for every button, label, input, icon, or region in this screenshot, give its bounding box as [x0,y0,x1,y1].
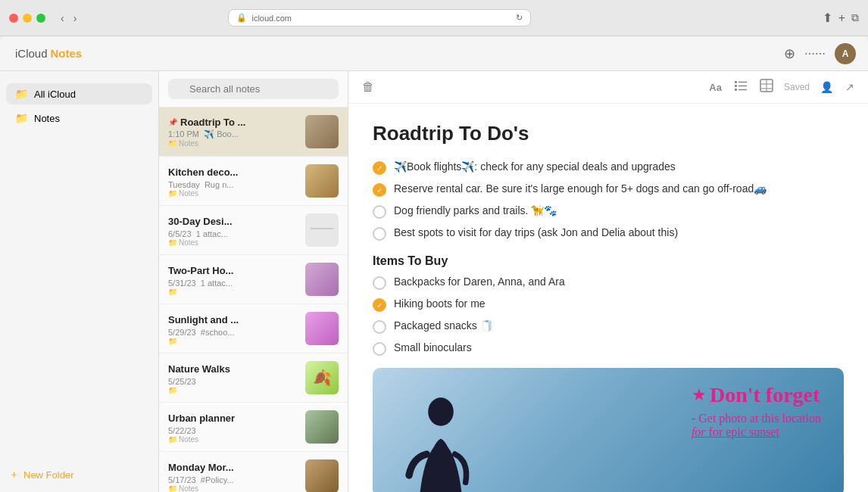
avatar[interactable]: A [835,43,856,64]
saved-label: Saved [784,82,810,92]
note-thumbnail: 🍂 [305,361,339,394]
section-heading: Items To Buy [373,254,844,268]
app-container: iCloud Notes ⊕ ⋯⋯ A 📁 All iCloud 📁 Notes [0,36,868,492]
tabs-icon[interactable]: ⧉ [851,11,859,24]
check-circle[interactable]: ✓ [373,161,386,175]
note-title-main: Roadtrip To Do's [373,122,844,145]
address-text: icloud.com [251,14,292,23]
note-thumbnail [305,213,339,247]
browser-actions: ⬆ + ⧉ [823,11,859,25]
note-image: ★ Don't forget - Get photo at this locat… [373,368,844,492]
checklist-button[interactable] [732,77,749,97]
forward-button[interactable]: › [70,11,80,26]
back-button[interactable]: ‹ [58,11,67,26]
note-thumbnail [305,459,339,492]
note-meta: 6/5/23 1 attac... [168,229,298,238]
check-circle[interactable]: ✓ [373,183,386,197]
list-item[interactable]: Monday Mor... 5/17/23 #Policy... 📁 Notes [159,452,348,492]
note-meta: 1:10 PM ✈️ Boo... [168,129,298,139]
search-wrapper [168,79,339,99]
app-logo: iCloud Notes [12,47,82,60]
table-button[interactable] [758,77,775,97]
silhouette-image [395,391,486,492]
checklist-item: Packaged snacks 🧻 [373,319,844,334]
notes-label: Notes [51,47,83,60]
minimize-button[interactable] [23,14,32,23]
traffic-lights [9,14,45,23]
notes-list: 📌 Roadtrip To ... 1:10 PM ✈️ Boo... 📁 No… [159,71,348,492]
list-item[interactable]: Kitchen deco... Tuesday Rug n... 📁 Notes [159,157,348,206]
note-meta: 5/25/23 [168,377,298,386]
note-folder: 📁 [168,288,298,296]
delete-button[interactable]: 🗑 [361,79,376,95]
new-folder-button[interactable]: ＋ New Folder [9,465,73,484]
note-folder: 📁 Notes [168,484,298,493]
grid-icon[interactable]: ⋯⋯ [804,48,826,60]
pin-icon: 📌 [168,118,177,126]
search-input[interactable] [168,79,339,99]
checklist-icon [734,79,748,92]
list-item[interactable]: Two-Part Ho... 5/31/23 1 attac... 📁 [159,255,348,304]
star-icon: ★ [692,385,707,405]
table-icon [760,79,773,92]
svg-point-10 [428,397,454,425]
sidebar-item-label: All iCloud [34,89,76,100]
checklist-text: Reserve rental car. Be sure it's large e… [394,182,767,195]
note-meta: 5/31/23 1 attac... [168,279,298,288]
sidebar-item-notes[interactable]: 📁 Notes [6,107,152,129]
close-button[interactable] [9,14,18,23]
list-item[interactable]: Urban planner 5/22/23 📁 Notes [159,403,348,452]
list-item[interactable]: Nature Walks 5/25/23 📁 🍂 [159,353,348,403]
check-circle[interactable]: ✓ [373,298,386,312]
app-header: iCloud Notes ⊕ ⋯⋯ A [0,36,868,71]
list-item[interactable]: 30-Day Desi... 6/5/23 1 attac... 📁 Notes [159,206,348,255]
note-folder: 📁 Notes [168,435,298,444]
note-title: Kitchen deco... [168,167,238,178]
reload-icon[interactable]: ↻ [516,13,523,23]
note-title: Urban planner [168,413,235,424]
checklist-item: Dog friendly parks and trails. 🦮🐾 [373,204,844,219]
check-circle[interactable] [373,276,386,290]
export-note-button[interactable]: ↗ [844,79,856,95]
note-title: Roadtrip To ... [180,117,245,128]
new-tab-icon[interactable]: + [838,11,845,25]
svg-rect-0 [735,81,737,83]
folder-icon: 📁 [15,88,28,100]
note-folder: 📁 Notes [168,189,298,198]
check-circle[interactable] [373,342,386,356]
sidebar-header [0,71,158,82]
checklist-item: Best spots to visit for day trips (ask J… [373,226,844,241]
note-title: Two-Part Ho... [168,265,233,276]
svg-rect-2 [735,85,737,87]
note-folder: 📁 Notes [168,139,298,148]
sidebar-item-allicloud[interactable]: 📁 All iCloud [6,83,152,104]
browser-chrome: ‹ › 🔒 icloud.com ↻ ⬆ + ⧉ [0,0,868,36]
list-item[interactable]: 📌 Roadtrip To ... 1:10 PM ✈️ Boo... 📁 No… [159,107,348,157]
icloud-label: iCloud [15,47,48,60]
share-browser-icon[interactable]: ⬆ [823,11,832,25]
note-title: 30-Day Desi... [168,216,233,227]
note-folder: 📁 Notes [168,238,298,247]
text-format-button[interactable]: Aa [707,80,723,95]
checklist-text: Best spots to visit for day trips (ask J… [394,226,678,238]
checklist-text: Hiking boots for me [394,297,486,310]
check-circle[interactable] [373,320,386,334]
svg-rect-4 [735,89,737,91]
toolbar-left: 🗑 [361,79,376,95]
check-circle[interactable] [373,227,386,241]
maximize-button[interactable] [36,14,45,23]
note-title: Nature Walks [168,363,230,375]
share-note-button[interactable]: 👤 [819,79,835,95]
list-item[interactable]: Sunlight and ... 5/29/23 #schoo... 📁 [159,304,348,353]
add-icon[interactable]: ⊕ [784,45,795,62]
note-thumbnail [305,263,339,296]
checklist-item: ✓ Hiking boots for me [373,297,844,312]
note-meta: 5/29/23 #schoo... [168,328,298,337]
lock-icon: 🔒 [236,13,247,23]
checklist-text: Dog friendly parks and trails. 🦮🐾 [394,204,557,216]
note-thumbnail [305,164,339,198]
check-circle[interactable] [373,205,386,219]
address-bar[interactable]: 🔒 icloud.com ↻ [228,9,531,26]
note-title: Sunlight and ... [168,314,239,325]
header-right: ⊕ ⋯⋯ A [784,43,856,64]
